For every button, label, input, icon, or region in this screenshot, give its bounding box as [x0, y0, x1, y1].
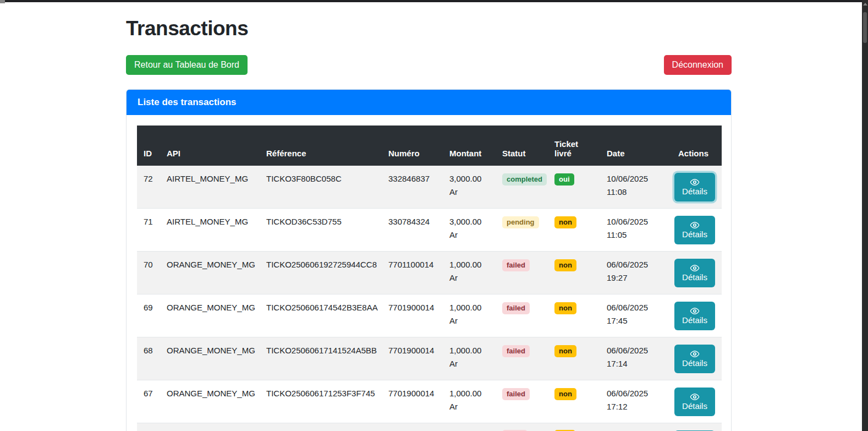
time-value: 11:05: [607, 228, 665, 242]
details-button[interactable]: Détails: [674, 173, 715, 201]
status-badge: completed: [502, 173, 547, 186]
cell-montant: 1,000.00 Ar: [443, 380, 496, 423]
cell-actions: Détails: [672, 294, 722, 337]
cell-montant: 1,000.00 Ar: [443, 252, 496, 294]
cell-actions: Détails: [672, 252, 722, 294]
table-header: ID API Référence Numéro Montant Statut T…: [137, 126, 722, 166]
ticket-badge: non: [554, 216, 576, 228]
time-value: 11:08: [607, 186, 665, 199]
cell-numero: 7701900014: [382, 337, 443, 380]
cell-id: 67: [137, 380, 160, 423]
table-row: 67 ORANGE_MONEY_MG TICKO250606171253F3F7…: [137, 380, 722, 423]
date-value: 06/06/2025: [607, 258, 665, 271]
time-value: 19:27: [607, 271, 665, 285]
cell-statut: failed: [496, 380, 548, 423]
cell-numero: 7701900014: [382, 380, 443, 423]
scrollbar-track[interactable]: [862, 0, 868, 431]
cell-montant: 1,000.00 Ar: [443, 337, 496, 380]
status-badge: failed: [502, 302, 530, 314]
eye-icon: [690, 178, 700, 186]
cell-date: 10/06/2025 11:08: [600, 166, 672, 209]
cell-numero: 7701900014: [382, 294, 443, 337]
cell-statut: completed: [496, 166, 548, 209]
ticket-badge: non: [554, 388, 576, 400]
details-label: Détails: [682, 315, 707, 325]
cell-date: 06/06/2025 17:45: [600, 294, 672, 337]
scrollbar-up-arrow[interactable]: [863, 3, 867, 6]
montant-currency: Ar: [449, 228, 489, 242]
table-row: 68 ORANGE_MONEY_MG TICKO25060617141524A5…: [137, 337, 722, 380]
montant-value: 1,000.00: [449, 258, 489, 271]
date-value: 10/06/2025: [607, 215, 665, 228]
date-value: 06/06/2025: [607, 344, 665, 357]
column-header-id: ID: [137, 126, 160, 166]
card-body: ID API Référence Numéro Montant Statut T…: [127, 115, 731, 431]
details-label: Détails: [682, 358, 707, 368]
ticket-badge: non: [554, 259, 576, 271]
cell-montant: [443, 423, 496, 431]
cell-statut: failed: [496, 252, 548, 294]
details-label: Détails: [682, 187, 707, 196]
details-button[interactable]: Détails: [674, 302, 715, 330]
cell-actions: Détails: [672, 166, 722, 209]
date-value: 06/06/2025: [607, 387, 665, 400]
window-top-edge: [0, 0, 868, 2]
cell-reference: [260, 423, 382, 431]
cell-ticket-livre: non: [548, 294, 600, 337]
cell-ticket-livre: non: [548, 337, 600, 380]
card-header: Liste des transactions: [127, 90, 731, 115]
cell-actions: [672, 423, 722, 431]
montant-value: 1,000.00: [449, 344, 489, 357]
column-header-montant: Montant: [443, 126, 496, 166]
details-label: Détails: [682, 272, 707, 282]
cell-ticket-livre: [548, 423, 600, 431]
column-header-api: API: [160, 126, 260, 166]
cell-id: 71: [137, 209, 160, 252]
montant-currency: Ar: [449, 271, 489, 285]
cell-id: 69: [137, 294, 160, 337]
montant-value: 3,000.00: [449, 172, 489, 186]
cell-statut: [496, 423, 548, 431]
cell-api: ORANGE_MONEY_MG: [160, 380, 260, 423]
cell-actions: Détails: [672, 380, 722, 423]
table-row-partial: [137, 423, 722, 431]
logout-button[interactable]: Déconnexion: [664, 55, 732, 75]
column-header-reference: Référence: [260, 126, 382, 166]
cell-id: [137, 423, 160, 431]
ticket-badge: oui: [554, 173, 574, 186]
montant-currency: Ar: [449, 186, 489, 199]
details-button[interactable]: Détails: [674, 388, 715, 416]
back-to-dashboard-button[interactable]: Retour au Tableau de Bord: [126, 55, 248, 75]
cell-actions: Détails: [672, 337, 722, 380]
cell-numero: 332846837: [382, 166, 443, 209]
column-header-ticket-livre: Ticket livré: [548, 126, 600, 166]
cell-api: ORANGE_MONEY_MG: [160, 294, 260, 337]
details-button[interactable]: Détails: [674, 259, 715, 287]
cell-reference: TICKO3F80BC058C: [260, 166, 382, 209]
cell-reference: TICKO250606192725944CC8: [260, 252, 382, 294]
cell-reference: TICKOD36C53D755: [260, 209, 382, 252]
date-value: 10/06/2025: [607, 172, 665, 186]
scrollbar-thumb[interactable]: [863, 12, 867, 43]
montant-value: 3,000.00: [449, 215, 489, 228]
column-header-statut: Statut: [496, 126, 548, 166]
cell-api: [160, 423, 260, 431]
table-body: 72 AIRTEL_MONEY_MG TICKO3F80BC058C 33284…: [137, 166, 722, 431]
status-badge: failed: [502, 388, 530, 400]
cell-id: 68: [137, 337, 160, 380]
cell-numero: [382, 423, 443, 431]
cell-montant: 3,000.00 Ar: [443, 166, 496, 209]
cell-api: AIRTEL_MONEY_MG: [160, 166, 260, 209]
cell-reference: TICKO25060617141524A5BB: [260, 337, 382, 380]
ticket-badge: non: [554, 302, 576, 314]
details-button[interactable]: Détails: [674, 345, 715, 373]
cell-numero: 7701100014: [382, 252, 443, 294]
cell-numero: 330784324: [382, 209, 443, 252]
ticket-badge: non: [554, 345, 576, 357]
details-button[interactable]: Détails: [674, 216, 715, 244]
cell-date: 06/06/2025 17:12: [600, 380, 672, 423]
montant-currency: Ar: [449, 400, 489, 413]
montant-value: 1,000.00: [449, 301, 489, 314]
cell-date: 06/06/2025 19:27: [600, 252, 672, 294]
cell-id: 72: [137, 166, 160, 209]
